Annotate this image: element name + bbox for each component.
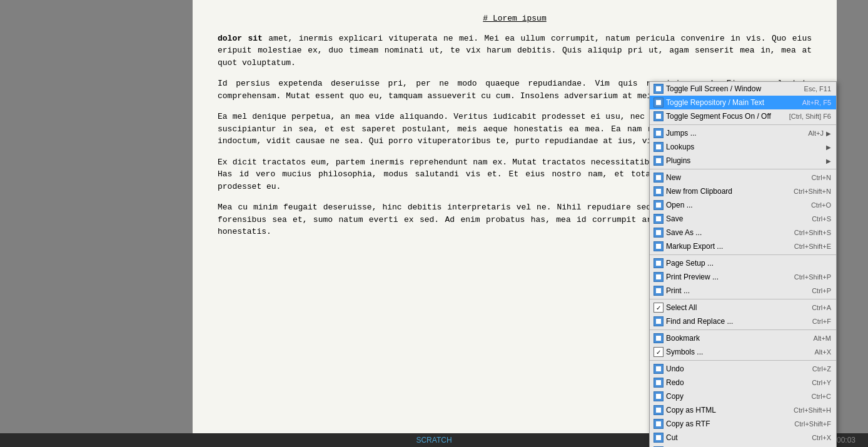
menu-shortcut-toggle-segment-focus: [Ctrl, Shift] F6 (789, 113, 831, 120)
menu-icon-print (654, 286, 664, 296)
menu-icon-new-from-clipboard (654, 186, 664, 196)
menu-icon-bookmark (654, 333, 664, 343)
menu-item-save[interactable]: SaveCtrl+S (650, 212, 836, 226)
menu-item-toggle-full-screen[interactable]: Toggle Full Screen / WindowEsc, F11 (650, 82, 836, 96)
main-area: # Lorem ipsum dolor sit amet, inermis ex… (0, 0, 868, 433)
menu-arrow-plugins: ▶ (826, 158, 831, 164)
menu-item-new-from-clipboard[interactable]: New from ClipboardCtrl+Shift+N (650, 184, 836, 198)
menu-icon-jumps (654, 128, 664, 138)
menu-label-copy-as-html: Copy as HTML (666, 406, 787, 414)
menu-item-find-replace[interactable]: Find and Replace ...Ctrl+F (650, 314, 836, 328)
menu-item-select-all[interactable]: Select AllCtrl+A (650, 301, 836, 314)
menu-icon-copy-as-html (654, 405, 664, 415)
menu-shortcut-toggle-full-screen: Esc, F11 (804, 85, 831, 93)
menu-separator-separator5 (650, 329, 836, 330)
menu-label-save-as: Save As ... (666, 228, 788, 237)
menu-item-print[interactable]: Print ...Ctrl+P (650, 284, 836, 298)
menu-shortcut-find-replace: Ctrl+F (812, 318, 831, 325)
menu-separator-separator3 (650, 254, 836, 255)
menu-item-open[interactable]: Open ...Ctrl+O (650, 198, 836, 212)
menu-label-toggle-segment-focus: Toggle Segment Focus On / Off (666, 112, 783, 121)
menu-shortcut-markup-export: Ctrl+Shift+E (794, 243, 831, 250)
menu-item-plugins[interactable]: Plugins▶ (650, 154, 836, 168)
menu-icon-plugins (654, 156, 664, 166)
menu-separator-separator6 (650, 360, 836, 361)
menu-label-print-preview: Print Preview ... (666, 273, 788, 281)
menu-icon-redo (654, 378, 664, 388)
menu-shortcut-print: Ctrl+P (812, 287, 831, 294)
menu-arrow-jumps: ▶ (826, 130, 831, 137)
menu-label-lookups: Lookups (666, 143, 824, 151)
menu-label-bookmark: Bookmark (666, 334, 807, 343)
menu-icon-lookups (654, 142, 664, 152)
time-display: 00:03 (837, 436, 855, 444)
menu-label-find-replace: Find and Replace ... (666, 317, 806, 326)
menu-icon-find-replace (654, 316, 664, 326)
menu-item-symbols[interactable]: Symbols ...Alt+X (650, 345, 836, 359)
menu-arrow-lookups: ▶ (826, 144, 831, 151)
menu-icon-toggle-repository-main-text (654, 98, 664, 108)
menu-label-undo: Undo (666, 364, 806, 373)
menu-shortcut-open: Ctrl+O (811, 201, 831, 209)
menu-label-copy: Copy (666, 392, 805, 401)
paragraph-0: dolor sit amet, inermis explicari vitupe… (218, 33, 812, 69)
menu-shortcut-bookmark: Alt+M (814, 334, 831, 342)
menu-item-redo[interactable]: RedoCtrl+Y (650, 376, 836, 389)
menu-item-toggle-segment-focus[interactable]: Toggle Segment Focus On / Off[Ctrl, Shif… (650, 109, 836, 123)
menu-label-select-all: Select All (666, 303, 805, 312)
menu-item-page-setup[interactable]: Page Setup ... (650, 256, 836, 270)
menu-shortcut-toggle-repository-main-text: Alt+R, F5 (802, 99, 831, 106)
menu-label-open: Open ... (666, 201, 805, 209)
menu-shortcut-jumps: Alt+J (808, 129, 824, 137)
menu-label-cut: Cut (666, 433, 805, 442)
document-title: # Lorem ipsum (218, 13, 812, 25)
menu-shortcut-copy-as-html: Ctrl+Shift+H (794, 406, 831, 414)
menu-item-copy-as-html[interactable]: Copy as HTMLCtrl+Shift+H (650, 403, 836, 417)
menu-shortcut-save: Ctrl+S (812, 215, 831, 223)
menu-shortcut-cut: Ctrl+X (812, 434, 831, 441)
menu-label-copy-as-rtf: Copy as RTF (666, 419, 788, 428)
menu-item-save-as[interactable]: Save As ...Ctrl+Shift+S (650, 226, 836, 239)
menu-item-cut[interactable]: CutCtrl+X (650, 431, 836, 444)
menu-label-page-setup: Page Setup ... (666, 259, 831, 268)
menu-shortcut-copy: Ctrl+C (812, 393, 831, 400)
menu-item-jumps[interactable]: Jumps ...Alt+J▶ (650, 126, 836, 140)
menu-shortcut-save-as: Ctrl+Shift+S (794, 229, 831, 236)
menu-item-bookmark[interactable]: BookmarkAlt+M (650, 331, 836, 345)
menu-icon-symbols (654, 347, 664, 357)
menu-icon-new (654, 173, 664, 183)
menu-item-paste[interactable]: PasteCtrl+V (650, 444, 836, 447)
menu-shortcut-print-preview: Ctrl+Shift+P (794, 273, 831, 281)
menu-item-copy[interactable]: CopyCtrl+C (650, 389, 836, 403)
menu-item-undo[interactable]: UndoCtrl+Z (650, 362, 836, 376)
menu-icon-copy-as-rtf (654, 419, 664, 429)
menu-item-copy-as-rtf[interactable]: Copy as RTFCtrl+Shift+F (650, 417, 836, 431)
menu-icon-undo (654, 364, 664, 374)
menu-icon-copy (654, 391, 664, 401)
menu-icon-print-preview (654, 272, 664, 282)
menu-label-redo: Redo (666, 378, 805, 387)
menu-icon-toggle-full-screen (654, 84, 664, 94)
menu-item-new[interactable]: NewCtrl+N (650, 171, 836, 184)
menu-icon-cut (654, 433, 664, 443)
left-panel (0, 0, 193, 433)
menu-icon-save-as (654, 228, 664, 238)
menu-item-print-preview[interactable]: Print Preview ...Ctrl+Shift+P (650, 270, 836, 284)
menu-label-symbols: Symbols ... (666, 348, 808, 356)
menu-item-lookups[interactable]: Lookups▶ (650, 140, 836, 154)
menu-label-plugins: Plugins (666, 156, 824, 165)
menu-label-toggle-full-screen: Toggle Full Screen / Window (666, 84, 798, 93)
menu-shortcut-symbols: Alt+X (814, 348, 831, 356)
context-menu[interactable]: Toggle Full Screen / WindowEsc, F11Toggl… (649, 81, 837, 447)
menu-item-toggle-repository-main-text[interactable]: Toggle Repository / Main TextAlt+R, F5 (650, 96, 836, 109)
menu-icon-save (654, 214, 664, 224)
menu-label-print: Print ... (666, 286, 805, 295)
menu-shortcut-select-all: Ctrl+A (812, 304, 831, 311)
menu-separator-separator2 (650, 169, 836, 169)
menu-label-new-from-clipboard: New from Clipboard (666, 187, 787, 196)
menu-shortcut-copy-as-rtf: Ctrl+Shift+F (794, 420, 831, 428)
menu-shortcut-undo: Ctrl+Z (812, 365, 831, 373)
menu-icon-markup-export (654, 241, 664, 251)
menu-item-markup-export[interactable]: Markup Export ...Ctrl+Shift+E (650, 239, 836, 253)
menu-label-markup-export: Markup Export ... (666, 242, 788, 251)
